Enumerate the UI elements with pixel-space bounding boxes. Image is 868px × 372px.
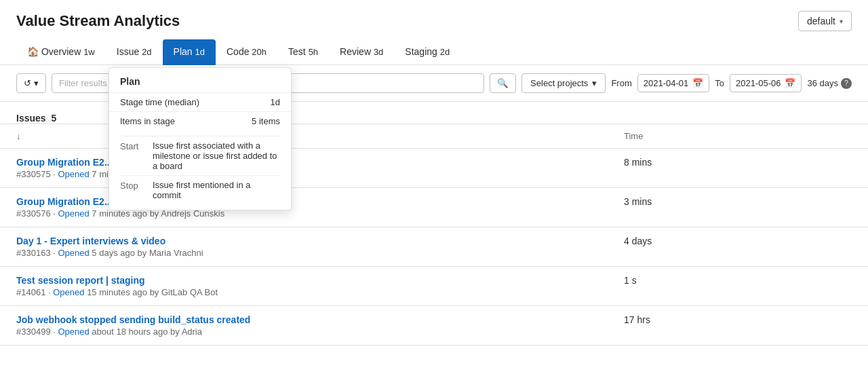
tab-issue[interactable]: Issue 2d: [106, 39, 163, 65]
info-icon[interactable]: ?: [841, 78, 852, 89]
popup-stop-row: Stop Issue first mentioned in a commit: [120, 175, 280, 204]
issue-title[interactable]: Day 1 - Expert interviews & video: [16, 236, 591, 246]
issue-meta: #330163 · Opened 5 days ago by Maria Vra…: [16, 248, 591, 258]
popup-items-value: 5 items: [252, 116, 280, 126]
table-row: Test session report | staging #14061 · O…: [0, 267, 868, 306]
date-range: From 2021-04-01 📅 To 2021-05-06 📅 36 day…: [611, 74, 852, 92]
issue-title[interactable]: Group Migration E2...: [16, 196, 591, 207]
issue-title[interactable]: Group Migration E2...: [16, 157, 591, 168]
days-count: 36 days ?: [807, 78, 852, 89]
popup-start-stop: Start Issue first associated with a mile…: [109, 130, 291, 210]
issue-cell: Test session report | staging #14061 · O…: [0, 267, 608, 306]
plan-popup: Plan Stage time (median) 1d Items in sta…: [108, 67, 292, 210]
opened-link[interactable]: Opened: [58, 208, 89, 219]
tab-review[interactable]: Review 3d: [329, 39, 394, 65]
issue-cell: Group Migration E2... #330575 · Opened 7…: [0, 149, 608, 188]
popup-start-value: Issue first associated with a milestone …: [153, 141, 280, 171]
time-cell: 1 s: [608, 267, 868, 306]
header-controls: default ▾: [798, 11, 852, 31]
opened-link[interactable]: Opened: [58, 248, 89, 258]
popup-stage-time-row: Stage time (median) 1d: [109, 92, 291, 111]
search-icon: 🔍: [497, 78, 509, 88]
table-row: Day 1 - Expert interviews & video #33016…: [0, 227, 868, 267]
default-dropdown[interactable]: default ▾: [798, 11, 852, 31]
to-date-input[interactable]: 2021-05-06 📅: [730, 74, 802, 92]
popup-start-label: Start: [120, 141, 144, 151]
sort-icon[interactable]: ↓: [16, 131, 21, 141]
issue-cell: Day 1 - Expert interviews & video #33016…: [0, 227, 608, 267]
opened-link[interactable]: Opened: [58, 169, 89, 179]
select-projects-button[interactable]: Select projects ▾: [521, 73, 606, 93]
tab-staging[interactable]: Staging 2d: [394, 39, 460, 65]
chevron-down-icon: ▾: [840, 18, 843, 25]
opened-link[interactable]: Opened: [53, 287, 84, 297]
popup-stop-value: Issue first mentioned in a commit: [153, 180, 280, 200]
time-column-header: Time: [608, 124, 868, 149]
page-title: Value Stream Analytics: [16, 12, 180, 30]
calendar-icon: 📅: [692, 78, 703, 88]
search-button[interactable]: 🔍: [490, 73, 516, 93]
time-cell: 8 mins: [608, 149, 868, 188]
time-cell: 3 mins: [608, 188, 868, 227]
popup-stage-time-label: Stage time (median): [120, 97, 199, 107]
tab-test[interactable]: Test 5h: [277, 39, 329, 65]
popup-stop-label: Stop: [120, 180, 144, 191]
tab-plan[interactable]: Plan 1d: [163, 39, 216, 65]
chevron-down-icon: ▾: [34, 78, 39, 88]
tab-code[interactable]: Code 20h: [216, 39, 277, 65]
issue-meta: #330576 · Opened 7 minutes ago by Andrej…: [16, 208, 591, 219]
calendar-icon: 📅: [785, 78, 795, 88]
time-cell: 4 days: [608, 227, 868, 267]
history-dropdown[interactable]: ↺ ▾: [16, 73, 46, 93]
popup-items-row: Items in stage 5 items: [109, 111, 291, 130]
opened-link[interactable]: Opened: [58, 327, 89, 337]
from-date-input[interactable]: 2021-04-01 📅: [637, 74, 710, 92]
popup-start-row: Start Issue first associated with a mile…: [120, 136, 280, 175]
issue-cell: Job webhook stopped sending build_status…: [0, 306, 608, 346]
popup-title: Plan: [109, 68, 291, 92]
popup-stage-time-value: 1d: [271, 97, 280, 107]
table-row: Job webhook stopped sending build_status…: [0, 306, 868, 346]
time-cell: 17 hrs: [608, 306, 868, 346]
title-column-header: ↓: [0, 124, 608, 149]
nav-tabs: 🏠 Overview 1w Issue 2d Plan 1d Code 20h …: [0, 39, 868, 65]
issue-meta: #14061 · Opened 15 minutes ago by GitLab…: [16, 287, 591, 297]
issue-title[interactable]: Test session report | staging: [16, 275, 591, 286]
popup-items-label: Items in stage: [120, 116, 175, 126]
chevron-down-icon: ▾: [592, 78, 597, 88]
history-icon: ↺: [24, 78, 31, 88]
issue-meta: #330499 · Opened about 18 hours ago by A…: [16, 327, 591, 337]
issue-title[interactable]: Job webhook stopped sending build_status…: [16, 314, 591, 325]
issue-cell: Group Migration E2... #330576 · Opened 7…: [0, 188, 608, 227]
issue-meta: #330575 · Opened 7 minutes ago by Andrej…: [16, 169, 591, 179]
page-header: Value Stream Analytics default ▾: [0, 0, 868, 39]
tab-overview[interactable]: 🏠 Overview 1w: [16, 39, 106, 65]
